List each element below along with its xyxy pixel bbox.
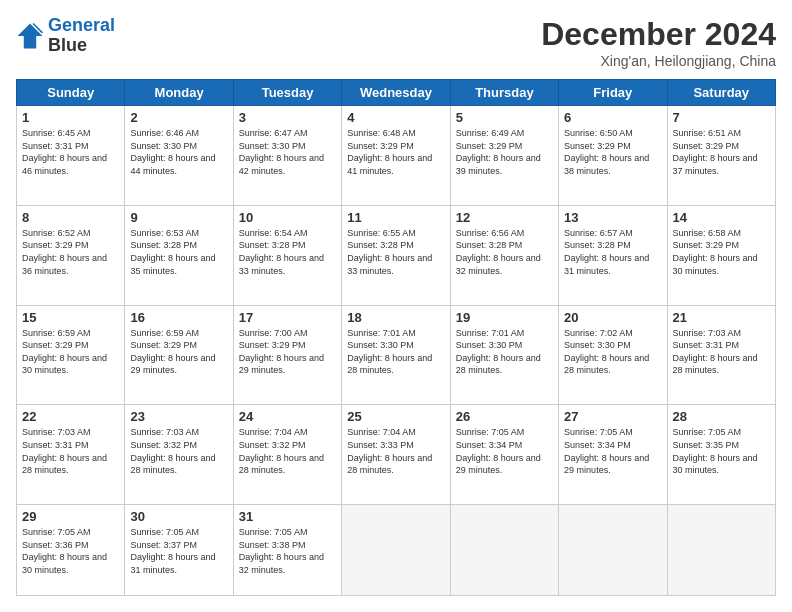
calendar-cell: 23 Sunrise: 7:03 AMSunset: 3:32 PMDaylig… xyxy=(125,405,233,505)
day-number: 12 xyxy=(456,210,553,225)
day-number: 28 xyxy=(673,409,770,424)
day-number: 29 xyxy=(22,509,119,524)
calendar-cell: 1 Sunrise: 6:45 AMSunset: 3:31 PMDayligh… xyxy=(17,106,125,206)
day-info: Sunrise: 7:05 AMSunset: 3:38 PMDaylight:… xyxy=(239,527,324,575)
weekday-monday: Monday xyxy=(125,80,233,106)
day-number: 14 xyxy=(673,210,770,225)
weekday-saturday: Saturday xyxy=(667,80,775,106)
calendar-cell xyxy=(667,505,775,596)
calendar-cell: 28 Sunrise: 7:05 AMSunset: 3:35 PMDaylig… xyxy=(667,405,775,505)
calendar-week-3: 15 Sunrise: 6:59 AMSunset: 3:29 PMDaylig… xyxy=(17,305,776,405)
day-info: Sunrise: 7:05 AMSunset: 3:34 PMDaylight:… xyxy=(564,427,649,475)
day-number: 5 xyxy=(456,110,553,125)
day-number: 26 xyxy=(456,409,553,424)
calendar-cell: 19 Sunrise: 7:01 AMSunset: 3:30 PMDaylig… xyxy=(450,305,558,405)
calendar-cell: 10 Sunrise: 6:54 AMSunset: 3:28 PMDaylig… xyxy=(233,205,341,305)
day-info: Sunrise: 6:51 AMSunset: 3:29 PMDaylight:… xyxy=(673,128,758,176)
weekday-tuesday: Tuesday xyxy=(233,80,341,106)
logo-icon xyxy=(16,22,44,50)
calendar-table: SundayMondayTuesdayWednesdayThursdayFrid… xyxy=(16,79,776,596)
title-block: December 2024 Xing'an, Heilongjiang, Chi… xyxy=(541,16,776,69)
day-info: Sunrise: 6:59 AMSunset: 3:29 PMDaylight:… xyxy=(22,328,107,376)
calendar-week-5: 29 Sunrise: 7:05 AMSunset: 3:36 PMDaylig… xyxy=(17,505,776,596)
weekday-wednesday: Wednesday xyxy=(342,80,450,106)
calendar-cell: 8 Sunrise: 6:52 AMSunset: 3:29 PMDayligh… xyxy=(17,205,125,305)
calendar-cell xyxy=(450,505,558,596)
page-header: GeneralBlue December 2024 Xing'an, Heilo… xyxy=(16,16,776,69)
weekday-sunday: Sunday xyxy=(17,80,125,106)
calendar-cell: 11 Sunrise: 6:55 AMSunset: 3:28 PMDaylig… xyxy=(342,205,450,305)
day-info: Sunrise: 6:58 AMSunset: 3:29 PMDaylight:… xyxy=(673,228,758,276)
day-number: 13 xyxy=(564,210,661,225)
calendar-cell: 7 Sunrise: 6:51 AMSunset: 3:29 PMDayligh… xyxy=(667,106,775,206)
day-number: 20 xyxy=(564,310,661,325)
calendar-cell: 12 Sunrise: 6:56 AMSunset: 3:28 PMDaylig… xyxy=(450,205,558,305)
day-number: 21 xyxy=(673,310,770,325)
calendar-week-4: 22 Sunrise: 7:03 AMSunset: 3:31 PMDaylig… xyxy=(17,405,776,505)
calendar-week-2: 8 Sunrise: 6:52 AMSunset: 3:29 PMDayligh… xyxy=(17,205,776,305)
day-info: Sunrise: 6:49 AMSunset: 3:29 PMDaylight:… xyxy=(456,128,541,176)
day-info: Sunrise: 7:05 AMSunset: 3:37 PMDaylight:… xyxy=(130,527,215,575)
calendar-week-1: 1 Sunrise: 6:45 AMSunset: 3:31 PMDayligh… xyxy=(17,106,776,206)
calendar-cell: 14 Sunrise: 6:58 AMSunset: 3:29 PMDaylig… xyxy=(667,205,775,305)
location-subtitle: Xing'an, Heilongjiang, China xyxy=(541,53,776,69)
logo: GeneralBlue xyxy=(16,16,115,56)
day-number: 10 xyxy=(239,210,336,225)
day-number: 18 xyxy=(347,310,444,325)
calendar-cell: 21 Sunrise: 7:03 AMSunset: 3:31 PMDaylig… xyxy=(667,305,775,405)
day-number: 9 xyxy=(130,210,227,225)
day-info: Sunrise: 7:03 AMSunset: 3:31 PMDaylight:… xyxy=(673,328,758,376)
calendar-cell: 20 Sunrise: 7:02 AMSunset: 3:30 PMDaylig… xyxy=(559,305,667,405)
calendar-cell: 17 Sunrise: 7:00 AMSunset: 3:29 PMDaylig… xyxy=(233,305,341,405)
day-info: Sunrise: 6:57 AMSunset: 3:28 PMDaylight:… xyxy=(564,228,649,276)
day-info: Sunrise: 7:04 AMSunset: 3:33 PMDaylight:… xyxy=(347,427,432,475)
day-info: Sunrise: 7:05 AMSunset: 3:34 PMDaylight:… xyxy=(456,427,541,475)
day-number: 4 xyxy=(347,110,444,125)
calendar-cell: 25 Sunrise: 7:04 AMSunset: 3:33 PMDaylig… xyxy=(342,405,450,505)
day-info: Sunrise: 6:50 AMSunset: 3:29 PMDaylight:… xyxy=(564,128,649,176)
day-info: Sunrise: 7:05 AMSunset: 3:36 PMDaylight:… xyxy=(22,527,107,575)
day-number: 16 xyxy=(130,310,227,325)
day-info: Sunrise: 7:03 AMSunset: 3:32 PMDaylight:… xyxy=(130,427,215,475)
weekday-header-row: SundayMondayTuesdayWednesdayThursdayFrid… xyxy=(17,80,776,106)
svg-marker-0 xyxy=(18,23,43,48)
day-number: 22 xyxy=(22,409,119,424)
calendar-cell xyxy=(559,505,667,596)
month-title: December 2024 xyxy=(541,16,776,53)
calendar-cell: 4 Sunrise: 6:48 AMSunset: 3:29 PMDayligh… xyxy=(342,106,450,206)
logo-text: GeneralBlue xyxy=(48,16,115,56)
day-info: Sunrise: 6:53 AMSunset: 3:28 PMDaylight:… xyxy=(130,228,215,276)
calendar-cell: 22 Sunrise: 7:03 AMSunset: 3:31 PMDaylig… xyxy=(17,405,125,505)
calendar-cell: 27 Sunrise: 7:05 AMSunset: 3:34 PMDaylig… xyxy=(559,405,667,505)
day-number: 31 xyxy=(239,509,336,524)
day-number: 19 xyxy=(456,310,553,325)
day-number: 23 xyxy=(130,409,227,424)
calendar-cell: 29 Sunrise: 7:05 AMSunset: 3:36 PMDaylig… xyxy=(17,505,125,596)
day-info: Sunrise: 6:52 AMSunset: 3:29 PMDaylight:… xyxy=(22,228,107,276)
day-number: 6 xyxy=(564,110,661,125)
day-number: 15 xyxy=(22,310,119,325)
day-info: Sunrise: 6:48 AMSunset: 3:29 PMDaylight:… xyxy=(347,128,432,176)
calendar-cell: 6 Sunrise: 6:50 AMSunset: 3:29 PMDayligh… xyxy=(559,106,667,206)
day-number: 11 xyxy=(347,210,444,225)
calendar-cell: 24 Sunrise: 7:04 AMSunset: 3:32 PMDaylig… xyxy=(233,405,341,505)
day-number: 2 xyxy=(130,110,227,125)
calendar-cell: 5 Sunrise: 6:49 AMSunset: 3:29 PMDayligh… xyxy=(450,106,558,206)
calendar-cell: 13 Sunrise: 6:57 AMSunset: 3:28 PMDaylig… xyxy=(559,205,667,305)
calendar-cell: 15 Sunrise: 6:59 AMSunset: 3:29 PMDaylig… xyxy=(17,305,125,405)
calendar-cell: 26 Sunrise: 7:05 AMSunset: 3:34 PMDaylig… xyxy=(450,405,558,505)
day-info: Sunrise: 6:47 AMSunset: 3:30 PMDaylight:… xyxy=(239,128,324,176)
day-info: Sunrise: 7:02 AMSunset: 3:30 PMDaylight:… xyxy=(564,328,649,376)
day-info: Sunrise: 6:46 AMSunset: 3:30 PMDaylight:… xyxy=(130,128,215,176)
calendar-cell: 9 Sunrise: 6:53 AMSunset: 3:28 PMDayligh… xyxy=(125,205,233,305)
weekday-friday: Friday xyxy=(559,80,667,106)
day-info: Sunrise: 7:03 AMSunset: 3:31 PMDaylight:… xyxy=(22,427,107,475)
day-info: Sunrise: 6:55 AMSunset: 3:28 PMDaylight:… xyxy=(347,228,432,276)
day-number: 1 xyxy=(22,110,119,125)
calendar-cell: 3 Sunrise: 6:47 AMSunset: 3:30 PMDayligh… xyxy=(233,106,341,206)
day-number: 25 xyxy=(347,409,444,424)
calendar-page: GeneralBlue December 2024 Xing'an, Heilo… xyxy=(0,0,792,612)
calendar-cell xyxy=(342,505,450,596)
day-number: 17 xyxy=(239,310,336,325)
day-info: Sunrise: 6:56 AMSunset: 3:28 PMDaylight:… xyxy=(456,228,541,276)
